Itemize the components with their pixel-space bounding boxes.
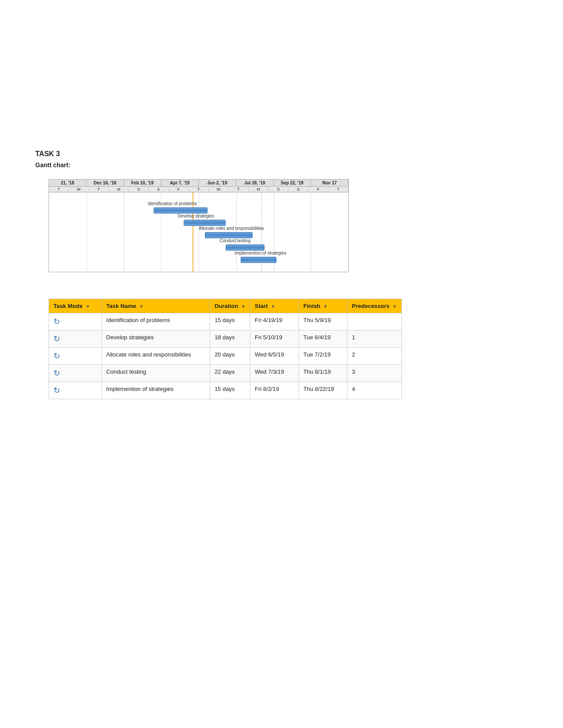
col-sort-arrow: ▼ (240, 304, 246, 309)
gantt-container: 21, '18Dec 16, '18Feb 10, '19Apr 7, '19J… (49, 179, 349, 272)
gantt-period-label: Dec 16, '18 (87, 180, 124, 186)
table-row: ↻Conduct testing22 daysWed 7/3/19Thu 8/1… (49, 365, 402, 382)
gantt-day-label: T (229, 187, 249, 192)
col-sort-arrow: ▼ (138, 304, 144, 309)
col-sort-arrow: ▼ (391, 304, 397, 309)
cell-predecessors: 2 (348, 348, 402, 365)
gantt-bar-label: Allocate roles and responsibilities (199, 226, 264, 231)
gantt-day-label: W (69, 187, 89, 192)
gantt-day-label: F (169, 187, 189, 192)
gantt-subheader-row: TWTMSSFTWTMSSFT (49, 187, 348, 192)
task-mode-icon: ↻ (53, 334, 60, 344)
gantt-bar (184, 220, 226, 226)
col-sort-arrow: ▼ (270, 304, 276, 309)
table-wrapper: Task Mode ▼Task Name ▼Duration ▼Start ▼F… (49, 299, 528, 399)
gantt-body: Identification of problemsDevelop strate… (49, 192, 348, 272)
task-mode-icon: ↻ (53, 317, 60, 326)
cell-name: Implemention of strategies (102, 382, 210, 399)
col-header-duration[interactable]: Duration ▼ (210, 299, 250, 313)
cell-name: Allocate roles and responsibilities (102, 348, 210, 365)
col-sort-arrow: ▼ (84, 304, 90, 309)
cell-predecessors: 4 (348, 382, 402, 399)
gantt-bar (154, 207, 208, 214)
gantt-day-label: S (288, 187, 308, 192)
gantt-period-label: Jul 28, '19 (236, 180, 274, 186)
gantt-bar-label: Identification of problems (148, 201, 197, 206)
gantt-day-label: T (329, 187, 348, 192)
table-row: ↻Identification of problems15 daysFri 4/… (49, 313, 402, 330)
cell-duration: 22 days (210, 365, 250, 382)
gantt-day-label: M (109, 187, 129, 192)
cell-duration: 15 days (210, 382, 250, 399)
gantt-period-label: Jun 2, '19 (199, 180, 236, 186)
gantt-day-label: W (209, 187, 229, 192)
cell-predecessors: 1 (348, 330, 402, 348)
gantt-period-label: Feb 10, '19 (124, 180, 162, 186)
gantt-period-label: 21, '18 (49, 180, 87, 186)
gantt-heading: Gantt chart: (35, 161, 528, 169)
cell-mode: ↻ (49, 348, 102, 365)
task-mode-icon: ↻ (53, 386, 60, 395)
gantt-vline (87, 192, 87, 272)
page: TASK 3 Gantt chart: 21, '18Dec 16, '18Fe… (0, 0, 563, 426)
gantt-vline (199, 192, 199, 272)
gantt-day-label: S (149, 187, 169, 192)
task-mode-icon: ↻ (53, 351, 60, 361)
cell-start: Wed 7/3/19 (250, 365, 299, 382)
gantt-day-label: T (89, 187, 109, 192)
gantt-header-row: 21, '18Dec 16, '18Feb 10, '19Apr 7, '19J… (49, 180, 348, 187)
table-row: ↻Allocate roles and responsibilities20 d… (49, 348, 402, 365)
cell-start: Fri 4/19/19 (250, 313, 299, 330)
gantt-period-label: Nov 17 (311, 180, 348, 186)
gantt-bar (205, 232, 253, 238)
gantt-day-label: S (129, 187, 149, 192)
gantt-bar (226, 244, 264, 251)
gantt-vline (311, 192, 311, 272)
gantt-bar-label: Develop strategies (178, 214, 215, 218)
col-header-mode[interactable]: Task Mode ▼ (49, 299, 102, 313)
cell-name: Conduct testing (102, 365, 210, 382)
cell-finish: Tue 6/4/19 (299, 330, 348, 348)
cell-duration: 15 days (210, 313, 250, 330)
gantt-period-label: Sep 22, '19 (274, 180, 311, 186)
cell-finish: Thu 8/1/19 (299, 365, 348, 382)
cell-mode: ↻ (49, 313, 102, 330)
col-header-finish[interactable]: Finish ▼ (299, 299, 348, 313)
col-header-predecessors[interactable]: Predecessors ▼ (348, 299, 402, 313)
gantt-period-label: Apr 7, '19 (161, 180, 199, 186)
gantt-day-label: M (249, 187, 268, 192)
task-mode-icon: ↻ (53, 368, 60, 378)
gantt-day-label: T (189, 187, 208, 192)
gantt-day-label: T (49, 187, 69, 192)
cell-mode: ↻ (49, 365, 102, 382)
cell-duration: 18 days (210, 330, 250, 348)
cell-mode: ↻ (49, 330, 102, 348)
table-row: ↻Develop strategies18 daysFri 5/10/19Tue… (49, 330, 402, 348)
cell-name: Develop strategies (102, 330, 210, 348)
gantt-day-label: S (268, 187, 288, 192)
table-row: ↻Implemention of strategies15 daysFri 8/… (49, 382, 402, 399)
cell-predecessors: 3 (348, 365, 402, 382)
cell-mode: ↻ (49, 382, 102, 399)
col-header-start[interactable]: Start ▼ (250, 299, 299, 313)
gantt-bar-label: Conduct testing (219, 238, 250, 243)
cell-start: Wed 6/5/19 (250, 348, 299, 365)
task-heading: TASK 3 (35, 150, 528, 158)
gantt-wrapper: 21, '18Dec 16, '18Feb 10, '19Apr 7, '19J… (49, 179, 528, 272)
cell-duration: 20 days (210, 348, 250, 365)
gantt-day-label: F (309, 187, 329, 192)
cell-start: Fri 8/2/19 (250, 382, 299, 399)
cell-predecessors (348, 313, 402, 330)
col-header-name[interactable]: Task Name ▼ (102, 299, 210, 313)
cell-finish: Thu 8/22/19 (299, 382, 348, 399)
gantt-vline (124, 192, 125, 272)
task-table: Task Mode ▼Task Name ▼Duration ▼Start ▼F… (49, 299, 402, 399)
cell-finish: Thu 5/9/19 (299, 313, 348, 330)
col-sort-arrow: ▼ (322, 304, 328, 309)
gantt-bar-label: Implemention of strategies (234, 251, 286, 255)
gantt-bar (241, 257, 276, 263)
cell-finish: Tue 7/2/19 (299, 348, 348, 365)
cell-name: Identification of problems (102, 313, 210, 330)
cell-start: Fri 5/10/19 (250, 330, 299, 348)
